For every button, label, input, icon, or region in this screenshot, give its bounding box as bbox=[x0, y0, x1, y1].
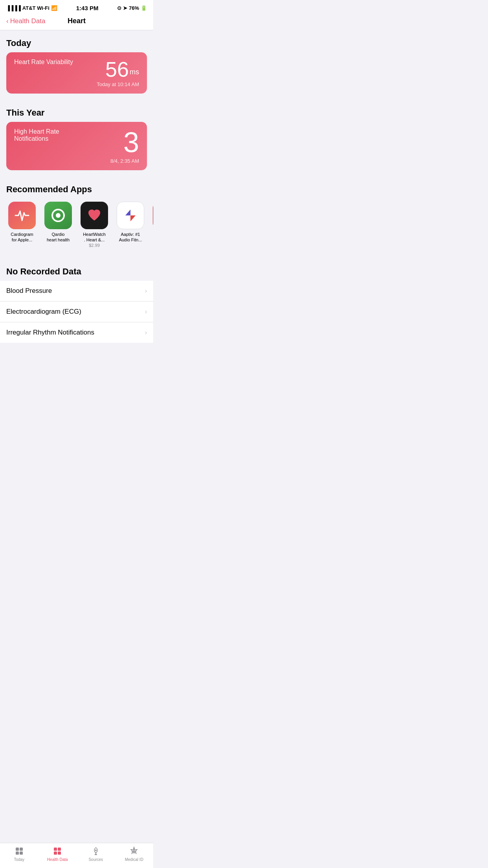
list-item-irregular-rhythm[interactable]: Irregular Rhythm Notifications › bbox=[0, 322, 153, 343]
card-right: 56ms Today at 10:14 AM bbox=[97, 59, 139, 87]
app-name-heartwatch: HeartWatch. Heart &... bbox=[83, 232, 106, 243]
nav-bar: ‹ Health Data Heart bbox=[0, 14, 153, 30]
status-left: ▐▐▐▐ AT&T Wi-Fi 📶 bbox=[6, 5, 57, 11]
svg-point-19 bbox=[95, 850, 97, 851]
tab-today[interactable]: Today bbox=[6, 846, 33, 862]
today-header: Today bbox=[0, 30, 153, 52]
card-timestamp: Today at 10:14 AM bbox=[97, 81, 139, 87]
signal-icon: ▐▐▐▐ bbox=[6, 5, 21, 11]
tab-sources-label: Sources bbox=[88, 857, 103, 862]
tab-health-data[interactable]: Health Data bbox=[44, 846, 71, 862]
today-icon bbox=[15, 846, 24, 856]
status-time: 1:43 PM bbox=[76, 5, 99, 11]
svg-rect-14 bbox=[58, 848, 61, 851]
chevron-right-icon-2: › bbox=[145, 308, 147, 315]
chevron-left-icon: ‹ bbox=[6, 17, 9, 25]
svg-point-2 bbox=[56, 213, 61, 218]
app-cardiogram[interactable]: Cardiogramfor Apple... bbox=[6, 202, 38, 248]
app-record[interactable]: RECORD Record byUnder Ar... bbox=[151, 202, 153, 248]
chevron-right-icon-1: › bbox=[145, 287, 147, 294]
no-data-header: No Recorded Data bbox=[0, 260, 153, 281]
status-right: ⊙ ➤ 76% 🔋 bbox=[117, 5, 147, 11]
app-name-aaptiv: Aaptiv: #1Audio Fitn... bbox=[119, 232, 142, 243]
app-icon-cardiogram bbox=[8, 202, 36, 229]
back-label: Health Data bbox=[10, 17, 46, 25]
tab-bar: Today Health Data Sources bbox=[0, 843, 153, 868]
main-content: Today Heart Rate Variability 56ms Today … bbox=[0, 30, 153, 374]
svg-marker-4 bbox=[130, 215, 136, 221]
chevron-right-icon-3: › bbox=[145, 329, 147, 336]
tab-health-data-label: Health Data bbox=[47, 857, 68, 862]
list-item-ecg[interactable]: Electrocardiogram (ECG) › bbox=[0, 302, 153, 322]
app-icon-record: RECORD bbox=[153, 202, 153, 229]
list-item-label-blood-pressure: Blood Pressure bbox=[6, 287, 52, 295]
no-data-list: Blood Pressure › Electrocardiogram (ECG)… bbox=[0, 281, 153, 343]
app-icon-aaptiv bbox=[117, 202, 144, 229]
apps-scroll[interactable]: Cardiogramfor Apple... Qardioheart healt… bbox=[0, 199, 153, 251]
svg-rect-10 bbox=[20, 848, 23, 851]
medicalid-icon bbox=[129, 846, 139, 856]
svg-rect-13 bbox=[54, 848, 57, 851]
status-bar: ▐▐▐▐ AT&T Wi-Fi 📶 1:43 PM ⊙ ➤ 76% 🔋 bbox=[0, 0, 153, 14]
healthdata-icon bbox=[53, 846, 62, 856]
no-recorded-data-section: No Recorded Data Blood Pressure › Electr… bbox=[0, 260, 153, 343]
recommended-apps-section: Recommended Apps Cardiogramfor Apple... bbox=[0, 177, 153, 257]
app-icon-heartwatch bbox=[81, 202, 108, 229]
heart-rate-variability-card[interactable]: Heart Rate Variability 56ms Today at 10:… bbox=[6, 52, 147, 94]
svg-marker-3 bbox=[125, 210, 130, 215]
tab-medical-id-label: Medical ID bbox=[125, 857, 143, 862]
app-qardio[interactable]: Qardioheart health bbox=[42, 202, 74, 248]
battery-label: 76% bbox=[129, 5, 139, 11]
back-button[interactable]: ‹ Health Data bbox=[6, 17, 45, 25]
list-item-label-irregular-rhythm: Irregular Rhythm Notifications bbox=[6, 329, 94, 337]
card-value-2: 3 bbox=[123, 127, 139, 158]
list-item-blood-pressure[interactable]: Blood Pressure › bbox=[0, 281, 153, 302]
app-name-qardio: Qardioheart health bbox=[47, 232, 70, 243]
app-heartwatch[interactable]: HeartWatch. Heart &... $2.99 bbox=[79, 202, 110, 248]
recommended-apps-header: Recommended Apps bbox=[0, 177, 153, 199]
carrier-label: AT&T Wi-Fi bbox=[22, 5, 50, 11]
svg-rect-15 bbox=[54, 851, 57, 855]
high-heart-rate-card[interactable]: High Heart Rate Notifications 3 8/4, 2:3… bbox=[6, 122, 147, 170]
wifi-icon: 📶 bbox=[51, 5, 57, 11]
sources-icon bbox=[91, 846, 101, 856]
app-name-cardiogram: Cardiogramfor Apple... bbox=[11, 232, 33, 243]
this-year-header: This Year bbox=[0, 100, 153, 122]
tab-today-label: Today bbox=[14, 857, 24, 862]
tab-sources[interactable]: Sources bbox=[82, 846, 110, 862]
page-title: Heart bbox=[68, 17, 86, 25]
list-item-label-ecg: Electrocardiogram (ECG) bbox=[6, 308, 81, 316]
battery-icon: 🔋 bbox=[141, 5, 147, 11]
location-icon: ⊙ ➤ bbox=[117, 5, 127, 11]
svg-rect-16 bbox=[58, 851, 61, 855]
tab-medical-id[interactable]: Medical ID bbox=[120, 846, 148, 862]
card-timestamp-2: 8/4, 2:35 AM bbox=[110, 158, 139, 164]
card-unit: ms bbox=[130, 68, 139, 76]
app-price-heartwatch: $2.99 bbox=[89, 243, 100, 248]
svg-rect-12 bbox=[20, 851, 23, 855]
svg-rect-9 bbox=[16, 848, 19, 851]
card-value: 56 bbox=[105, 59, 129, 80]
app-aaptiv[interactable]: Aaptiv: #1Audio Fitn... bbox=[115, 202, 146, 248]
card-title-2: High Heart Rate Notifications bbox=[14, 128, 85, 142]
card-right-2: 3 8/4, 2:35 AM bbox=[110, 128, 139, 164]
app-icon-qardio bbox=[44, 202, 72, 229]
card-value-row: 56ms bbox=[97, 59, 139, 80]
svg-rect-11 bbox=[16, 851, 19, 855]
card-title: Heart Rate Variability bbox=[14, 59, 73, 66]
